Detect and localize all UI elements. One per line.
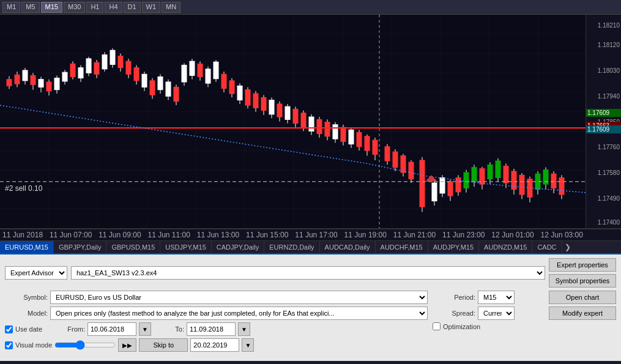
svg-rect-97	[301, 113, 306, 127]
svg-rect-57	[142, 74, 147, 87]
from-date-input[interactable]	[87, 322, 136, 336]
fast-forward-button[interactable]: ▶▶	[118, 338, 136, 352]
svg-rect-93	[285, 106, 290, 119]
tf-m1[interactable]: M1	[2, 2, 20, 13]
modify-expert-button[interactable]: Modify expert	[549, 306, 616, 320]
tab-cadc[interactable]: CADC	[532, 241, 562, 253]
svg-rect-67	[182, 65, 187, 81]
time-label-3: 11 Jun 11:00	[147, 231, 190, 239]
time-label-7: 11 Jun 19:00	[344, 231, 387, 239]
price-level-8: 1.17490	[598, 195, 620, 202]
tf-w1[interactable]: W1	[142, 2, 161, 13]
speed-slider-container	[54, 341, 116, 349]
tab-audjpy-m15[interactable]: AUDJPY,M15	[428, 241, 479, 253]
skip-to-input[interactable]	[190, 338, 239, 352]
chart-svg: #2 sell 0.10	[0, 15, 586, 228]
svg-rect-71	[198, 64, 203, 76]
svg-rect-160	[559, 178, 564, 195]
svg-rect-91	[277, 104, 282, 117]
symbol-select[interactable]: EURUSD, Euro vs US Dollar	[50, 291, 428, 304]
tf-h1[interactable]: H1	[86, 2, 103, 13]
tf-m5[interactable]: M5	[21, 2, 39, 13]
st-left: Symbol: EURUSD, Euro vs US Dollar Model:…	[5, 291, 428, 354]
spread-select[interactable]: Current	[478, 306, 515, 320]
time-label-1: 11 Jun 07:00	[50, 231, 92, 239]
tab-cadjpy-daily[interactable]: CADJPY,Daily	[212, 241, 265, 253]
time-label-5: 11 Jun 15:00	[246, 231, 288, 239]
tab-eurnzd-daily[interactable]: EURNZD,Daily	[264, 241, 319, 253]
current-price-tag-green: 1.17609	[586, 109, 621, 117]
tf-mn[interactable]: MN	[162, 2, 180, 13]
tab-audnzd-m15[interactable]: AUDNZD,M15	[479, 241, 532, 253]
svg-rect-130	[440, 178, 445, 193]
tf-m15[interactable]: M15	[41, 2, 62, 13]
svg-rect-138	[472, 168, 477, 182]
visual-mode-label: Visual mode	[15, 341, 52, 349]
tf-d1[interactable]: D1	[124, 2, 141, 13]
optimization-label: Optimization	[443, 323, 480, 330]
svg-rect-69	[190, 61, 195, 75]
svg-rect-31	[39, 80, 43, 87]
price-scale: 1.18210 1.18120 1.18030 1.17940 1.17850 …	[586, 15, 621, 228]
svg-rect-81	[237, 86, 242, 100]
tf-m30[interactable]: M30	[64, 2, 85, 13]
svg-rect-114	[365, 136, 370, 150]
svg-rect-87	[261, 97, 266, 110]
tab-usdjpy-m15[interactable]: USDJPY,M15	[160, 241, 211, 253]
chart-area: EURUSD,M15 1.17609 1.17609 1.17609 1.176…	[0, 15, 621, 229]
period-select[interactable]: M15	[478, 291, 515, 304]
price-level-4: 1.17940	[598, 92, 620, 99]
tab-gbpjpy-daily[interactable]: GBPJPY,Daily	[54, 241, 107, 253]
svg-rect-128	[432, 183, 437, 201]
use-date-checkbox[interactable]	[5, 325, 13, 333]
to-date-input[interactable]	[187, 322, 236, 336]
model-select[interactable]: Open prices only (fastest method to anal…	[50, 306, 428, 320]
tab-audchf-m15[interactable]: AUDCHF,M15	[376, 241, 428, 253]
tf-h4[interactable]: H4	[105, 2, 122, 13]
svg-rect-126	[420, 160, 425, 207]
time-label-9: 11 Jun 23:00	[442, 231, 485, 239]
optimization-checkbox[interactable]	[433, 322, 441, 330]
right-buttons: Expert properties Symbol properties	[549, 258, 616, 288]
skip-to-picker[interactable]: ▼	[242, 338, 254, 352]
ea-type-select[interactable]: Expert Advisor	[5, 266, 67, 280]
svg-rect-101	[317, 119, 322, 133]
svg-rect-27	[23, 70, 28, 81]
skip-button[interactable]: Skip to	[139, 338, 188, 352]
tabs-arrow-right[interactable]: ❯	[562, 243, 573, 251]
ea-file-select[interactable]: haz1_EA1_SW13 v2.3.ex4	[71, 266, 545, 280]
visual-mode-checkbox[interactable]	[5, 341, 13, 349]
svg-rect-53	[126, 61, 131, 74]
svg-rect-49	[110, 50, 115, 64]
expert-properties-button[interactable]: Expert properties	[549, 258, 616, 272]
svg-rect-37	[62, 72, 67, 81]
speed-slider[interactable]	[54, 341, 116, 349]
price-level-1: 1.18210	[598, 22, 620, 29]
tab-eurusd-m15[interactable]: EURUSD,M15	[0, 241, 54, 253]
svg-rect-61	[158, 77, 163, 90]
candles-area: #2 sell 0.10	[0, 15, 586, 228]
from-date-picker[interactable]: ▼	[139, 322, 151, 336]
tab-audcad-daily[interactable]: AUDCAD,Daily	[320, 241, 376, 253]
price-level-7: 1.17580	[598, 169, 620, 176]
svg-rect-73	[206, 69, 210, 83]
svg-rect-111	[357, 132, 362, 146]
svg-rect-51	[118, 56, 123, 68]
svg-rect-55	[134, 68, 139, 81]
symbol-label: Symbol:	[5, 294, 48, 301]
svg-rect-33	[46, 82, 51, 91]
open-chart-button[interactable]: Open chart	[549, 291, 616, 304]
time-label-10: 12 Jun 01:00	[491, 231, 534, 239]
svg-rect-45	[94, 62, 99, 74]
tab-gbpusd-m15[interactable]: GBPUSD,M15	[106, 241, 160, 253]
svg-rect-144	[496, 161, 500, 177]
to-date-picker[interactable]: ▼	[238, 322, 250, 336]
symbol-properties-button[interactable]: Symbol properties	[549, 274, 616, 288]
svg-rect-65	[174, 87, 179, 101]
svg-rect-120	[393, 152, 398, 167]
svg-rect-103	[325, 122, 330, 136]
svg-rect-122	[401, 156, 406, 173]
svg-rect-142	[488, 165, 493, 179]
time-labels: 11 Jun 2018 11 Jun 07:00 11 Jun 09:00 11…	[0, 231, 586, 239]
price-level-2: 1.18120	[598, 41, 620, 48]
